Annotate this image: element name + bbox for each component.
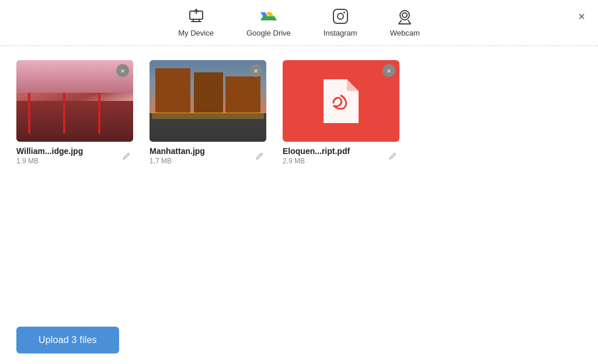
tab-webcam-label: Webcam bbox=[390, 29, 420, 37]
svg-point-3 bbox=[343, 12, 345, 13]
file-thumbnail: × bbox=[150, 60, 266, 142]
tab-instagram[interactable]: Instagram bbox=[307, 7, 374, 37]
tab-google-drive[interactable]: Google Drive bbox=[230, 7, 307, 37]
file-3-size: 2.9 MB bbox=[283, 157, 350, 165]
file-thumbnail: × bbox=[16, 60, 133, 142]
content-area: × William...idge.jpg 1.9 MB bbox=[0, 46, 598, 316]
file-2-info: Manhattan.jpg 1.7 MB bbox=[150, 146, 266, 165]
pdf-thumbnail: × bbox=[283, 60, 399, 142]
device-icon bbox=[187, 7, 206, 26]
file-item: × Manhattan.jpg 1.7 MB bbox=[150, 60, 266, 165]
edit-file-1-button[interactable] bbox=[120, 150, 133, 162]
remove-file-1-button[interactable]: × bbox=[116, 64, 129, 77]
edit-file-3-button[interactable] bbox=[386, 150, 399, 162]
footer: Upload 3 files bbox=[0, 316, 598, 364]
tab-google-drive-label: Google Drive bbox=[246, 29, 291, 37]
file-1-size: 1.9 MB bbox=[16, 157, 83, 165]
files-grid: × William...idge.jpg 1.9 MB bbox=[16, 60, 582, 165]
webcam-icon bbox=[395, 7, 414, 26]
tab-instagram-label: Instagram bbox=[324, 29, 357, 37]
file-3-info: Eloquen...ript.pdf 2.9 MB bbox=[283, 146, 399, 165]
file-2-size: 1.7 MB bbox=[150, 157, 205, 165]
file-1-name: William...idge.jpg bbox=[16, 146, 83, 156]
upload-button[interactable]: Upload 3 files bbox=[16, 327, 119, 354]
instagram-icon bbox=[331, 7, 350, 26]
source-tabs: My Device Google Drive Instagram bbox=[0, 0, 598, 46]
svg-rect-1 bbox=[333, 9, 347, 23]
edit-file-2-button[interactable] bbox=[253, 150, 266, 162]
file-item: × William...idge.jpg 1.9 MB bbox=[16, 60, 133, 165]
tab-my-device[interactable]: My Device bbox=[162, 7, 230, 37]
svg-point-5 bbox=[402, 13, 407, 18]
file-3-name: Eloquen...ript.pdf bbox=[283, 146, 350, 156]
pdf-file-icon bbox=[321, 76, 361, 126]
remove-file-2-button[interactable]: × bbox=[249, 64, 262, 77]
file-item: × Eloquen...ript.pdf 2.9 MB bbox=[283, 60, 399, 165]
tab-my-device-label: My Device bbox=[178, 29, 214, 37]
close-button[interactable]: × bbox=[576, 8, 587, 24]
drive-icon bbox=[259, 7, 278, 26]
tab-webcam[interactable]: Webcam bbox=[374, 7, 436, 37]
remove-file-3-button[interactable]: × bbox=[383, 64, 395, 77]
svg-point-4 bbox=[400, 10, 409, 20]
upload-dialog: × My Device Google Drive bbox=[0, 0, 598, 364]
file-1-info: William...idge.jpg 1.9 MB bbox=[16, 146, 133, 165]
svg-point-2 bbox=[338, 13, 343, 19]
file-2-name: Manhattan.jpg bbox=[150, 146, 205, 156]
